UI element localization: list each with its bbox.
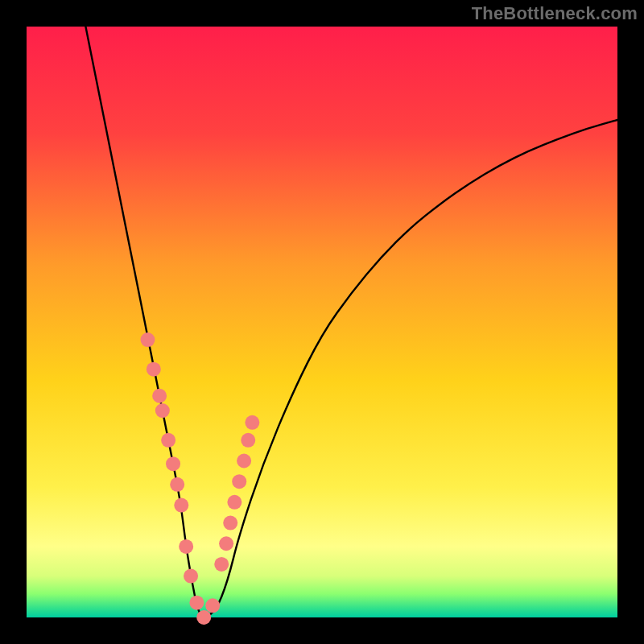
watermark-text: TheBottleneck.com <box>472 3 638 24</box>
chart-svg <box>0 0 644 644</box>
marker-dot <box>161 433 175 448</box>
chart-root: TheBottleneck.com <box>0 0 644 644</box>
marker-dot <box>241 433 255 448</box>
marker-dot <box>140 332 155 347</box>
marker-dot <box>205 598 220 613</box>
marker-dot <box>170 477 184 492</box>
marker-dot <box>196 610 211 625</box>
marker-dot <box>214 557 229 572</box>
marker-dot <box>179 539 193 554</box>
marker-dot <box>223 516 237 530</box>
marker-dot <box>232 474 246 489</box>
marker-dot <box>245 415 259 430</box>
marker-dot <box>174 498 188 513</box>
marker-dot <box>237 453 251 468</box>
marker-dot <box>152 389 167 403</box>
marker-dot <box>166 456 180 471</box>
marker-dot <box>155 403 170 418</box>
marker-dot <box>184 569 198 584</box>
marker-dot <box>227 495 242 510</box>
plot-area <box>27 27 617 617</box>
marker-dot <box>219 536 233 551</box>
marker-dot <box>189 596 204 610</box>
marker-dot <box>147 362 161 377</box>
